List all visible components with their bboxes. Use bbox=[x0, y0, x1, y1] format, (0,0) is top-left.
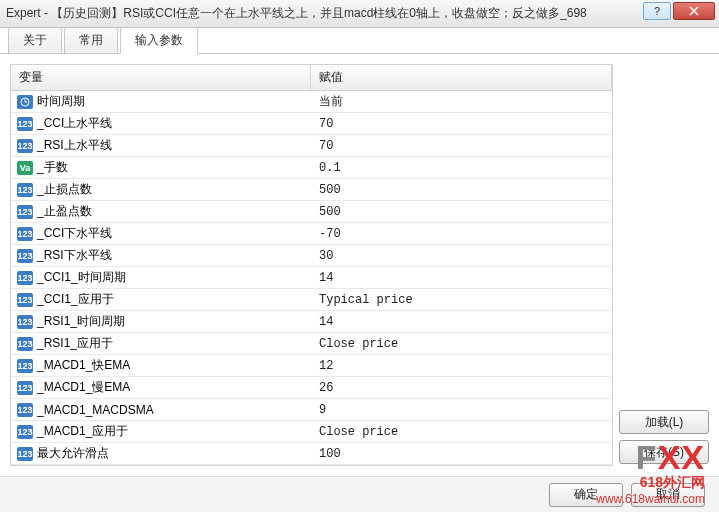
table-row[interactable]: 时间周期当前 bbox=[11, 91, 612, 113]
help-button[interactable]: ? bbox=[643, 2, 671, 20]
param-name-cell[interactable]: 123_CCI1_时间周期 bbox=[11, 269, 311, 286]
param-name: 最大允许滑点 bbox=[37, 445, 109, 462]
table-row[interactable]: 123_MACD1_慢EMA26 bbox=[11, 377, 612, 399]
table-row[interactable]: 123_RSI1_时间周期14 bbox=[11, 311, 612, 333]
dialog-footer: 确定 取消 bbox=[0, 476, 719, 512]
param-name-cell[interactable]: 123_CCI上水平线 bbox=[11, 115, 311, 132]
param-name: _RSI1_应用于 bbox=[37, 335, 113, 352]
param-name-cell[interactable]: 123_CCI下水平线 bbox=[11, 225, 311, 242]
param-value-cell[interactable]: 14 bbox=[311, 271, 612, 285]
table-row[interactable]: 123_RSI下水平线30 bbox=[11, 245, 612, 267]
table-row[interactable]: 123_止盈点数500 bbox=[11, 201, 612, 223]
param-value-cell[interactable]: Close price bbox=[311, 425, 612, 439]
type-icon: Va bbox=[17, 161, 33, 175]
table-row[interactable]: 123_MACD1_快EMA12 bbox=[11, 355, 612, 377]
table-row[interactable]: Va_手数0.1 bbox=[11, 157, 612, 179]
param-name: _CCI上水平线 bbox=[37, 115, 112, 132]
param-name-cell[interactable]: Va_手数 bbox=[11, 159, 311, 176]
table-row[interactable]: 123最大允许滑点100 bbox=[11, 443, 612, 465]
type-icon: 123 bbox=[17, 403, 33, 417]
load-button[interactable]: 加载(L) bbox=[619, 410, 709, 434]
param-name-cell[interactable]: 123_MACD1_MACDSMA bbox=[11, 403, 311, 417]
table-row[interactable]: 123_CCI1_时间周期14 bbox=[11, 267, 612, 289]
param-name: _手数 bbox=[37, 159, 68, 176]
table-row[interactable]: 123_MACD1_应用于Close price bbox=[11, 421, 612, 443]
param-value-cell[interactable]: 0.1 bbox=[311, 161, 612, 175]
param-name: _RSI1_时间周期 bbox=[37, 313, 125, 330]
param-value-cell[interactable]: 12 bbox=[311, 359, 612, 373]
param-value-cell[interactable]: 26 bbox=[311, 381, 612, 395]
param-value-cell[interactable]: 100 bbox=[311, 447, 612, 461]
param-name-cell[interactable]: 123_MACD1_快EMA bbox=[11, 357, 311, 374]
param-name: _RSI下水平线 bbox=[37, 247, 112, 264]
type-icon: 123 bbox=[17, 139, 33, 153]
type-icon: 123 bbox=[17, 271, 33, 285]
type-icon: 123 bbox=[17, 117, 33, 131]
type-icon: 123 bbox=[17, 183, 33, 197]
type-icon: 123 bbox=[17, 249, 33, 263]
tab-about[interactable]: 关于 bbox=[8, 27, 62, 53]
window-title: Expert - 【历史回测】RSI或CCI任意一个在上水平线之上，并且macd… bbox=[6, 5, 713, 22]
header-value[interactable]: 赋值 bbox=[311, 65, 612, 90]
param-name-cell[interactable]: 123_RSI1_应用于 bbox=[11, 335, 311, 352]
window-controls: ? bbox=[641, 2, 715, 20]
table-row[interactable]: 123_RSI1_应用于Close price bbox=[11, 333, 612, 355]
side-buttons: 加载(L) 保存(S) bbox=[619, 64, 709, 466]
grid-body[interactable]: 时间周期当前123_CCI上水平线70123_RSI上水平线70Va_手数0.1… bbox=[11, 91, 612, 465]
param-name: _MACD1_MACDSMA bbox=[37, 403, 154, 417]
header-variable[interactable]: 变量 bbox=[11, 65, 311, 90]
type-icon bbox=[17, 95, 33, 109]
param-value-cell[interactable]: 9 bbox=[311, 403, 612, 417]
param-name: _MACD1_应用于 bbox=[37, 423, 128, 440]
param-name: _止盈点数 bbox=[37, 203, 92, 220]
param-name-cell[interactable]: 123_止损点数 bbox=[11, 181, 311, 198]
param-name-cell[interactable]: 时间周期 bbox=[11, 93, 311, 110]
content-area: 变量 赋值 时间周期当前123_CCI上水平线70123_RSI上水平线70Va… bbox=[0, 54, 719, 476]
param-name: _CCI1_时间周期 bbox=[37, 269, 126, 286]
type-icon: 123 bbox=[17, 447, 33, 461]
param-name-cell[interactable]: 123最大允许滑点 bbox=[11, 445, 311, 462]
tab-common[interactable]: 常用 bbox=[64, 27, 118, 53]
param-value-cell[interactable]: 500 bbox=[311, 183, 612, 197]
table-row[interactable]: 123_RSI上水平线70 bbox=[11, 135, 612, 157]
params-grid: 变量 赋值 时间周期当前123_CCI上水平线70123_RSI上水平线70Va… bbox=[10, 64, 613, 466]
param-name: _RSI上水平线 bbox=[37, 137, 112, 154]
param-value-cell[interactable]: 500 bbox=[311, 205, 612, 219]
param-value-cell[interactable]: Typical price bbox=[311, 293, 612, 307]
type-icon: 123 bbox=[17, 359, 33, 373]
param-name: _CCI下水平线 bbox=[37, 225, 112, 242]
param-value-cell[interactable]: -70 bbox=[311, 227, 612, 241]
type-icon: 123 bbox=[17, 315, 33, 329]
table-row[interactable]: 123_止损点数500 bbox=[11, 179, 612, 201]
save-button[interactable]: 保存(S) bbox=[619, 440, 709, 464]
close-button[interactable] bbox=[673, 2, 715, 20]
param-value-cell[interactable]: 当前 bbox=[311, 93, 612, 110]
param-name-cell[interactable]: 123_CCI1_应用于 bbox=[11, 291, 311, 308]
table-row[interactable]: 123_CCI下水平线-70 bbox=[11, 223, 612, 245]
table-row[interactable]: 123_CCI上水平线70 bbox=[11, 113, 612, 135]
param-name-cell[interactable]: 123_止盈点数 bbox=[11, 203, 311, 220]
table-row[interactable]: 123_MACD1_MACDSMA9 bbox=[11, 399, 612, 421]
type-icon: 123 bbox=[17, 337, 33, 351]
param-name: _CCI1_应用于 bbox=[37, 291, 114, 308]
param-name: _MACD1_快EMA bbox=[37, 357, 130, 374]
param-value-cell[interactable]: 30 bbox=[311, 249, 612, 263]
param-name-cell[interactable]: 123_RSI下水平线 bbox=[11, 247, 311, 264]
ok-button[interactable]: 确定 bbox=[549, 483, 623, 507]
param-value-cell[interactable]: 14 bbox=[311, 315, 612, 329]
table-row[interactable]: 123_CCI1_应用于Typical price bbox=[11, 289, 612, 311]
tab-inputs[interactable]: 输入参数 bbox=[120, 27, 198, 54]
param-value-cell[interactable]: 70 bbox=[311, 117, 612, 131]
param-value-cell[interactable]: 70 bbox=[311, 139, 612, 153]
param-name-cell[interactable]: 123_MACD1_应用于 bbox=[11, 423, 311, 440]
param-name-cell[interactable]: 123_RSI上水平线 bbox=[11, 137, 311, 154]
param-name-cell[interactable]: 123_MACD1_慢EMA bbox=[11, 379, 311, 396]
param-value-cell[interactable]: Close price bbox=[311, 337, 612, 351]
type-icon: 123 bbox=[17, 227, 33, 241]
close-icon bbox=[689, 6, 699, 16]
cancel-button[interactable]: 取消 bbox=[631, 483, 705, 507]
type-icon: 123 bbox=[17, 205, 33, 219]
tabstrip: 关于 常用 输入参数 bbox=[0, 28, 719, 54]
type-icon: 123 bbox=[17, 425, 33, 439]
param-name-cell[interactable]: 123_RSI1_时间周期 bbox=[11, 313, 311, 330]
